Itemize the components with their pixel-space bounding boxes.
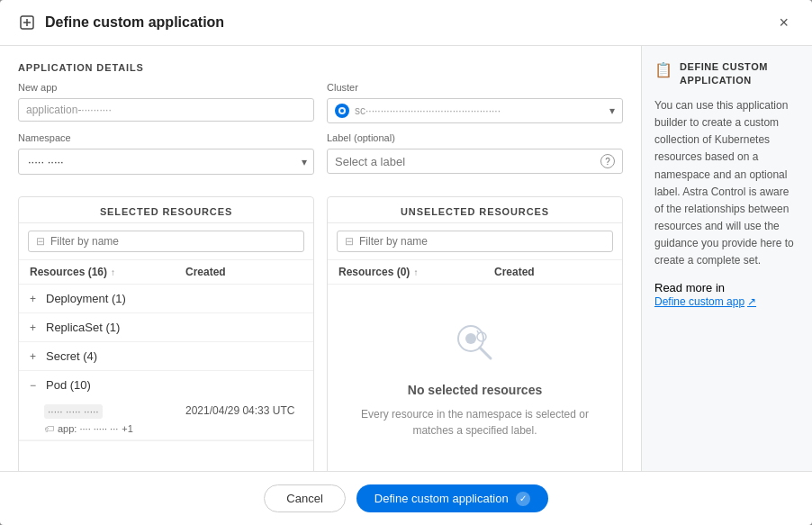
resource-group-pod: − Pod (10) ····· ····· ····· 🏷: [19, 371, 313, 441]
new-app-label: New app: [18, 82, 314, 93]
sidebar-read-more-prefix: Read more in: [654, 281, 725, 294]
svg-point-4: [340, 109, 344, 113]
selected-resources-list: + Deployment (1) + ReplicaSet (1): [19, 285, 313, 471]
unselected-sort-icon[interactable]: ↑: [413, 267, 418, 277]
help-icon[interactable]: ?: [600, 154, 615, 168]
cluster-label: Cluster: [327, 82, 623, 93]
empty-state: No selected resources Every resource in …: [328, 285, 622, 471]
selected-table-header: Resources (16) ↑ Created: [19, 260, 313, 285]
primary-check-icon: ✓: [516, 492, 530, 506]
cancel-button[interactable]: Cancel: [264, 484, 345, 512]
unselected-resources-header: UNSELECTED RESOURCES: [328, 197, 622, 223]
unselected-resources-list: No selected resources Every resource in …: [328, 285, 622, 471]
unselected-col-created: Created: [494, 266, 611, 278]
form-row-2: Namespace ····· ····· ▾ Label (optional): [18, 132, 623, 175]
svg-line-9: [477, 330, 479, 334]
label-input-wrapper[interactable]: ?: [327, 149, 623, 174]
secret-label: Secret (4): [46, 349, 97, 363]
unselected-table-header: Resources (0) ↑ Created: [328, 260, 622, 285]
unselected-filter-wrapper[interactable]: ⊟: [337, 231, 613, 252]
resources-section: SELECTED RESOURCES ⊟ Resources (16) ↑: [18, 196, 623, 471]
deployment-label: Deployment (1): [46, 292, 126, 305]
unselected-resources-panel: UNSELECTED RESOURCES ⊟ Resources (0) ↑: [327, 196, 623, 471]
expand-pod-icon: −: [30, 379, 41, 392]
resource-group-replicaset: + ReplicaSet (1): [19, 313, 313, 342]
expand-secret-icon: +: [30, 350, 41, 363]
pod-label: Pod (10): [46, 378, 91, 392]
sidebar-link[interactable]: Define custom app ↗: [654, 295, 756, 308]
primary-button-label: Define custom application: [374, 492, 509, 505]
selected-filter-wrapper[interactable]: ⊟: [28, 231, 304, 252]
cluster-select[interactable]: sc······································…: [327, 98, 623, 123]
sidebar-link-text: Define custom app: [654, 295, 744, 308]
selected-col-resources: Resources (16) ↑: [30, 266, 182, 278]
unselected-filter-icon: ⊟: [345, 235, 354, 248]
unselected-filter-input[interactable]: [359, 235, 605, 248]
namespace-group: Namespace ····· ····· ▾: [18, 132, 314, 175]
label-group: Label (optional) ?: [327, 132, 623, 175]
selected-filter-row: ⊟: [19, 223, 313, 260]
pod-tag-text: app: ···· ····· ···: [58, 423, 118, 434]
empty-state-icon: [453, 321, 498, 374]
selected-filter-icon: ⊟: [36, 235, 45, 248]
expand-deployment-icon: +: [30, 293, 41, 305]
label-optional-label: Label (optional): [327, 132, 623, 143]
modal-footer: Cancel Define custom application ✓: [0, 471, 812, 525]
cluster-icon: [335, 104, 349, 118]
unselected-col-resources: Resources (0) ↑: [338, 266, 491, 278]
unselected-filter-row: ⊟: [328, 223, 622, 260]
new-app-input-wrapper[interactable]: application-··········: [18, 98, 314, 122]
sidebar-doc-icon: 📋: [654, 61, 672, 78]
resource-group-secret-row[interactable]: + Secret (4): [19, 342, 313, 370]
resource-group-deployment-row[interactable]: + Deployment (1): [19, 285, 313, 312]
selected-resources-panel: SELECTED RESOURCES ⊟ Resources (16) ↑: [18, 196, 314, 471]
form-row-1: New app application-·········· Cluster: [18, 82, 623, 123]
resource-group-replicaset-row[interactable]: + ReplicaSet (1): [19, 313, 313, 341]
tag-icon: 🏷: [44, 423, 54, 434]
define-custom-app-modal: Define custom application × APPLICATION …: [0, 0, 812, 525]
namespace-select[interactable]: ····· ·····: [18, 149, 314, 175]
selected-filter-input[interactable]: [50, 235, 296, 248]
app-details-section: APPLICATION DETAILS New app application-…: [18, 62, 623, 184]
app-details-title: APPLICATION DETAILS: [18, 62, 623, 73]
help-sidebar: 📋 DEFINE CUSTOM APPLICATION You can use …: [641, 46, 812, 471]
resource-group-pod-row[interactable]: − Pod (10): [19, 371, 313, 399]
sidebar-body: You can use this application builder to …: [654, 97, 799, 270]
svg-point-6: [465, 333, 476, 344]
label-input[interactable]: [335, 155, 595, 168]
modal-header: Define custom application ×: [0, 0, 812, 46]
modal-body: APPLICATION DETAILS New app application-…: [0, 46, 812, 471]
selected-sort-icon[interactable]: ↑: [111, 267, 115, 277]
pod-item-created: 2021/04/29 04:33 UTC: [185, 404, 302, 417]
pod-item-name: ····· ····· ·····: [44, 404, 103, 419]
replicaset-label: ReplicaSet (1): [46, 321, 120, 334]
resource-group-secret: + Secret (4): [19, 342, 313, 371]
selected-resources-header: SELECTED RESOURCES: [19, 197, 313, 223]
sidebar-read-more: Read more in Define custom app ↗: [654, 281, 799, 308]
svg-line-7: [480, 348, 491, 358]
pod-item-row: ····· ····· ····· 🏷 app: ···· ····· ··· …: [19, 399, 313, 440]
cluster-value-text: sc······································…: [355, 104, 604, 117]
sidebar-header: 📋 DEFINE CUSTOM APPLICATION: [654, 60, 799, 88]
pod-item-tag: 🏷 app: ···· ····· ··· +1: [44, 423, 185, 434]
modal-title: Define custom application: [45, 14, 773, 31]
modal-header-icon: [18, 14, 36, 32]
pod-item-info: ····· ····· ····· 🏷 app: ···· ····· ··· …: [44, 404, 185, 434]
cluster-chevron-icon: ▾: [609, 104, 615, 117]
cluster-group: Cluster sc······························…: [327, 82, 623, 123]
expand-replicaset-icon: +: [30, 321, 41, 334]
namespace-label: Namespace: [18, 132, 314, 143]
pod-tag-extra: +1: [122, 423, 133, 434]
app-input-text: application-··········: [26, 104, 112, 116]
define-custom-app-button[interactable]: Define custom application ✓: [356, 484, 548, 512]
new-app-group: New app application-··········: [18, 82, 314, 123]
namespace-select-wrapper: ····· ····· ▾: [18, 149, 314, 175]
sidebar-title: DEFINE CUSTOM APPLICATION: [680, 60, 799, 88]
empty-state-title: No selected resources: [408, 383, 542, 397]
empty-state-desc: Every resource in the namespace is selec…: [346, 406, 604, 439]
sidebar-link-icon: ↗: [747, 295, 756, 308]
selected-col-created: Created: [185, 266, 302, 278]
main-content: APPLICATION DETAILS New app application-…: [0, 46, 641, 471]
resource-group-deployment: + Deployment (1): [19, 285, 313, 313]
close-button[interactable]: ×: [773, 13, 794, 32]
